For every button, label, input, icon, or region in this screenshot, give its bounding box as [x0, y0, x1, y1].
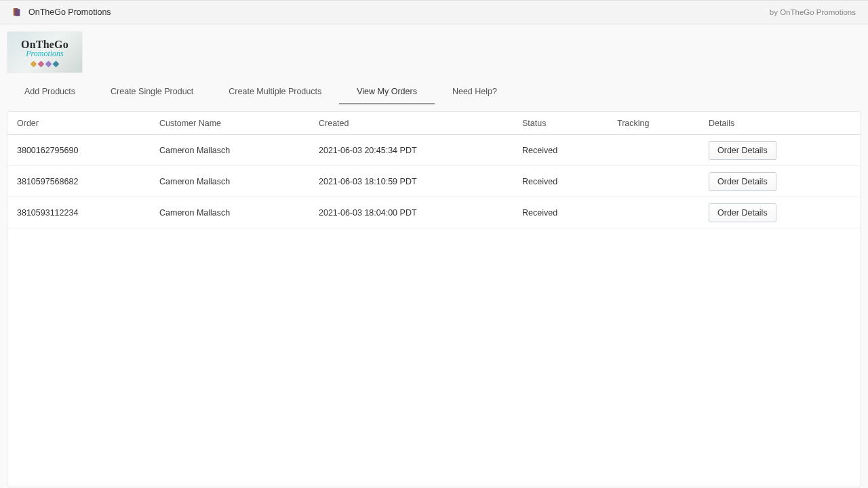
- cell-order: 3800162795690: [17, 146, 159, 155]
- cell-created: 2021-06-03 20:45:34 PDT: [319, 146, 522, 155]
- order-details-button[interactable]: Order Details: [709, 203, 776, 222]
- cell-details: Order Details: [709, 203, 851, 222]
- logo-text-sub: Promotions: [26, 49, 64, 59]
- cell-created: 2021-06-03 18:04:00 PDT: [319, 208, 522, 218]
- table-header-row: Order Customer Name Created Status Track…: [7, 112, 861, 135]
- col-created: Created: [319, 119, 522, 128]
- cell-customer: Cameron Mallasch: [159, 177, 319, 186]
- col-details: Details: [709, 119, 851, 128]
- table-row: 3800162795690 Cameron Mallasch 2021-06-0…: [7, 135, 861, 166]
- brand-logo: OnTheGo Promotions: [7, 31, 83, 73]
- table-row: 3810597568682 Cameron Mallasch 2021-06-0…: [7, 166, 861, 197]
- cell-order: 3810593112234: [17, 208, 159, 218]
- tab-need-help[interactable]: Need Help?: [435, 80, 515, 104]
- col-order: Order: [17, 119, 159, 128]
- main-content: OnTheGo Promotions Add Products Create S…: [0, 24, 868, 488]
- cell-details: Order Details: [709, 172, 851, 191]
- table-row: 3810593112234 Cameron Mallasch 2021-06-0…: [7, 197, 861, 228]
- cell-details: Order Details: [709, 141, 851, 160]
- cell-status: Received: [522, 208, 617, 218]
- app-byline: by OnTheGo Promotions: [770, 8, 856, 16]
- app-topbar: OnTheGo Promotions by OnTheGo Promotions: [0, 0, 868, 24]
- orders-table: Order Customer Name Created Status Track…: [7, 111, 861, 487]
- cell-status: Received: [522, 177, 617, 186]
- tab-create-single-product[interactable]: Create Single Product: [93, 80, 211, 104]
- order-details-button[interactable]: Order Details: [709, 172, 776, 191]
- order-details-button[interactable]: Order Details: [709, 141, 776, 160]
- cell-customer: Cameron Mallasch: [159, 146, 319, 155]
- app-title: OnTheGo Promotions: [28, 7, 111, 17]
- app-icon: [12, 7, 22, 17]
- topbar-left: OnTheGo Promotions: [12, 7, 111, 17]
- cell-order: 3810597568682: [17, 177, 159, 186]
- tab-add-products[interactable]: Add Products: [7, 80, 93, 104]
- col-tracking: Tracking: [617, 119, 709, 128]
- col-status: Status: [522, 119, 617, 128]
- nav-tabs: Add Products Create Single Product Creat…: [7, 80, 861, 104]
- tab-view-my-orders[interactable]: View My Orders: [339, 80, 435, 104]
- logo-decorative-dots: [31, 62, 58, 66]
- svg-rect-1: [15, 9, 20, 16]
- cell-customer: Cameron Mallasch: [159, 208, 319, 218]
- tab-create-multiple-products[interactable]: Create Multiple Products: [211, 80, 339, 104]
- cell-status: Received: [522, 146, 617, 155]
- col-customer: Customer Name: [159, 119, 319, 128]
- cell-created: 2021-06-03 18:10:59 PDT: [319, 177, 522, 186]
